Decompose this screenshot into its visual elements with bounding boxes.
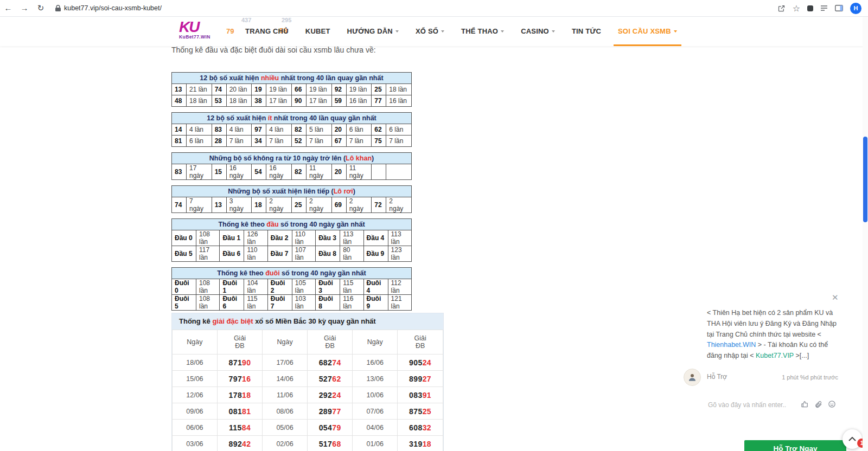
reading-list-icon[interactable] xyxy=(820,5,828,11)
title-text: 12 bộ số xuất hiện xyxy=(200,74,261,82)
stat-table-row: 747 ngày133 ngày182 ngày252 ngày692 ngày… xyxy=(172,197,412,213)
special-date-cell: 12/06 xyxy=(173,387,218,403)
extension-icon[interactable] xyxy=(807,5,813,11)
stat-cell-count: 113 lần xyxy=(340,230,363,246)
chevron-down-icon xyxy=(441,30,444,33)
nav-item-soi-cầu-xsmb[interactable]: SOI CẦU XSMB xyxy=(618,16,677,46)
stat-cell-number: Đầu 3 xyxy=(316,230,340,246)
support-now-button[interactable]: Hỗ Trợ Ngay xyxy=(744,440,846,451)
side-panel-icon[interactable] xyxy=(835,5,843,11)
nav-item-xổ-số[interactable]: XỔ SỐ xyxy=(416,16,444,46)
forward-icon[interactable]: → xyxy=(16,0,33,16)
stat-cell-count: 7 lần xyxy=(346,136,372,147)
chat-input[interactable] xyxy=(707,399,800,411)
site-logo[interactable]: KU KuBet77.WIN xyxy=(179,19,210,40)
stat-cell-count: 17 lần xyxy=(266,95,292,107)
nav-item-casino[interactable]: CASINO xyxy=(521,16,555,46)
nav-item-hướng-dẫn[interactable]: HƯỚNG DẪN xyxy=(347,16,399,46)
title-text: Thống kê theo xyxy=(218,221,266,228)
stat-cell-count: 19 lần xyxy=(346,84,372,95)
special-value-black: 875 xyxy=(409,407,423,416)
stat-cell-count: 4 lần xyxy=(187,124,212,136)
emoji-icon[interactable] xyxy=(828,400,836,408)
bookmark-star-icon[interactable]: ☆ xyxy=(793,3,800,14)
special-value-red: 77 xyxy=(332,407,341,416)
special-value-cell: 05479 xyxy=(307,420,352,436)
special-value-cell: 79716 xyxy=(217,371,262,387)
scrollbar-track[interactable] xyxy=(863,16,868,451)
stat-table-title: Những bộ số không ra từ 10 ngày trở lên … xyxy=(172,153,412,164)
stat-table-row: 8317 ngày1516 ngày5416 ngày8211 ngày2011… xyxy=(172,164,412,180)
title-highlight: nhiều xyxy=(261,74,279,82)
attachment-icon[interactable] xyxy=(814,400,822,408)
chat-message-link[interactable]: Thienhabet.WIN xyxy=(707,341,756,349)
stat-cell-number: 67 xyxy=(331,136,346,147)
stat-table-roi: Những bộ số xuất hiện liên tiếp (Lô rơi)… xyxy=(171,185,412,213)
chat-message: < Thiên Hạ bet hiện có 2 sản phẩm KU và … xyxy=(707,308,843,362)
chevron-down-icon xyxy=(395,30,399,33)
stat-cell-count: 6 lần xyxy=(346,124,372,136)
url-text[interactable]: kubet77.vip/soi-cau-xsmb-kubet/ xyxy=(64,4,162,12)
title-text: Thống kê theo xyxy=(217,269,265,277)
special-column-header: Giải ĐB xyxy=(307,330,352,355)
thumbs-up-icon[interactable] xyxy=(801,400,809,408)
special-value-black: 319 xyxy=(409,440,423,448)
stat-cell-count: 16 lần xyxy=(346,95,372,107)
special-column-header: Ngày xyxy=(263,330,308,355)
stat-cell-count: 4 lần xyxy=(266,124,292,136)
stat-cell-number: Đuôi 8 xyxy=(316,295,340,311)
special-value-red: 25 xyxy=(423,407,431,416)
special-value-red: 91 xyxy=(423,391,431,400)
stat-cell-number: 69 xyxy=(331,197,346,213)
stat-cell-number: Đầu 2 xyxy=(267,230,292,246)
special-date-cell: 18/06 xyxy=(173,355,218,371)
special-value-red: 62 xyxy=(332,375,341,383)
stat-cell-count: 6 lần xyxy=(187,136,212,147)
nav-item-tin-tức[interactable]: TIN TỨC xyxy=(572,16,601,46)
stat-table-title: Thống kê theo đuôi số trong 40 ngày gần … xyxy=(172,268,412,279)
stat-cell-count: 16 ngày xyxy=(266,164,292,180)
nav-item-thể-thao[interactable]: THỂ THAO xyxy=(461,16,504,46)
stat-table-title: 12 bộ số xuất hiện nhiều nhất trong 40 l… xyxy=(172,73,412,84)
scrollbar-thumb[interactable] xyxy=(863,137,867,222)
nav-item-trang-chủ[interactable]: TRANG CHỦ xyxy=(245,16,289,46)
share-icon[interactable] xyxy=(777,4,786,12)
special-date-cell: 03/06 xyxy=(173,436,218,451)
chat-close-icon[interactable]: ✕ xyxy=(832,293,839,302)
refresh-icon[interactable]: ↻ xyxy=(33,0,49,16)
back-icon[interactable]: ← xyxy=(0,0,16,16)
stat-cell-number: 74 xyxy=(212,84,226,95)
special-date-cell: 04/06 xyxy=(353,420,398,436)
site-header: 4372957958 KU KuBet77.WIN TRANG CHỦKUBET… xyxy=(0,16,868,46)
chat-message-link[interactable]: Kubet77.VIP xyxy=(756,352,794,359)
stat-cell-number: Đầu 6 xyxy=(220,246,244,262)
stat-cell-count: 19 lần xyxy=(306,84,331,95)
stat-cell-count: 121 lần xyxy=(388,295,411,311)
stat-cell-count: 18 lần xyxy=(187,95,212,107)
nav-item-label: HƯỚNG DẪN xyxy=(347,27,393,35)
special-value-black: 115 xyxy=(229,423,242,432)
stat-cell-count: 2 ngày xyxy=(266,197,292,213)
nav-item-label: SOI CẦU XSMB xyxy=(618,27,671,35)
special-value-cell: 87525 xyxy=(398,403,443,420)
special-value-cell: 08391 xyxy=(398,387,443,403)
special-date-cell: 15/06 xyxy=(173,371,218,387)
special-value-cell: 52762 xyxy=(307,371,352,387)
stat-cell-number: 97 xyxy=(252,124,266,136)
special-value-cell: 89242 xyxy=(217,436,262,451)
nav-item-kubet[interactable]: KUBET xyxy=(305,16,330,46)
special-value-cell: 29224 xyxy=(307,387,352,403)
special-date-cell: 02/06 xyxy=(263,436,308,451)
stat-cell-number: Đầu 4 xyxy=(363,230,388,246)
stat-cell-count: 20 lần xyxy=(226,84,252,95)
special-table-row: 03/068924202/065176801/0631918 xyxy=(173,436,443,451)
stat-cell-count: 18 lần xyxy=(386,84,412,95)
stat-table-row: Đầu 0108 lầnĐầu 1126 lầnĐầu 2110 lầnĐầu … xyxy=(172,230,412,246)
stat-cell-number: 90 xyxy=(291,95,306,107)
stat-cell-number: Đầu 1 xyxy=(220,230,244,246)
address-bar[interactable]: kubet77.vip/soi-cau-xsmb-kubet/ xyxy=(51,4,162,12)
stat-cell-number: 15 xyxy=(212,164,226,180)
special-table-body: 18/068719017/066827416/069052415/0679716… xyxy=(173,355,443,451)
profile-avatar[interactable]: H xyxy=(850,3,861,14)
stat-cell-count: 113 lần xyxy=(388,230,411,246)
